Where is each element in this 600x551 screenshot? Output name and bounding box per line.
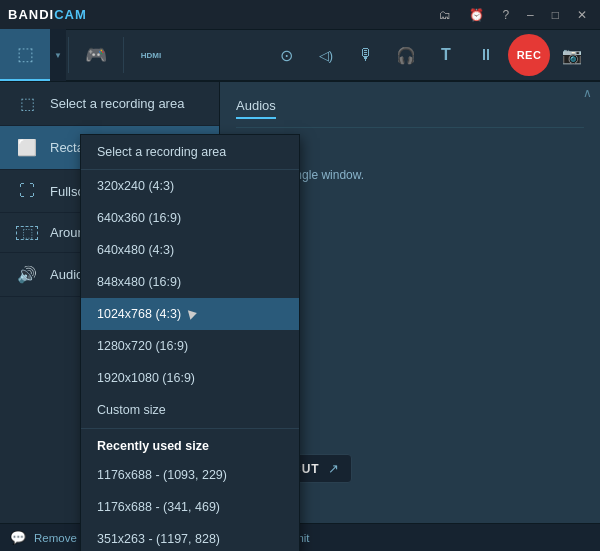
fullscreen-icon: ⛶ bbox=[16, 182, 38, 200]
rectangle-icon: ⬜ bbox=[16, 138, 38, 157]
main-toolbar: ⬚ ▼ 🎮 HDMI ⊙ ◁) 🎙 🎧 T ⏸ rec bbox=[0, 30, 600, 82]
dropdown-item-1280x720[interactable]: 1280x720 (16:9) bbox=[81, 330, 299, 362]
dropdown-item-1920x1080[interactable]: 1920x1080 (16:9) bbox=[81, 362, 299, 394]
title-bar-left: BANDICAM bbox=[8, 7, 87, 22]
text-button[interactable]: T bbox=[428, 37, 464, 73]
main-content: ⬚ Select a recording area ⬜ Rectangle on… bbox=[0, 82, 600, 523]
dropdown-item-640x360[interactable]: 640x360 (16:9) bbox=[81, 202, 299, 234]
status-icon: 💬 bbox=[10, 530, 26, 545]
title-bar-controls: 🗂 ⏰ ? – □ ✕ bbox=[434, 6, 592, 24]
webcam-icon: ⊙ bbox=[280, 46, 293, 65]
dropdown-item-1024x768[interactable]: 1024x768 (4:3) bbox=[81, 298, 299, 330]
toolbar-clock-icon[interactable]: ⏰ bbox=[464, 6, 489, 24]
pause-button[interactable]: ⏸ bbox=[468, 37, 504, 73]
hdmi-icon: HDMI bbox=[141, 51, 161, 60]
dropdown-item-custom[interactable]: Custom size bbox=[81, 394, 299, 426]
dropdown-item-320x240[interactable]: 320x240 (4:3) bbox=[81, 170, 299, 202]
webcam-button[interactable]: ⊙ bbox=[268, 37, 304, 73]
screen-record-icon: ⬚ bbox=[17, 43, 34, 65]
headset-button[interactable]: 🎧 bbox=[388, 37, 424, 73]
bandicut-arrow-icon: ↗ bbox=[328, 461, 339, 476]
close-button[interactable]: ✕ bbox=[572, 6, 592, 24]
dropdown-select-area[interactable]: Select a recording area bbox=[81, 135, 299, 170]
mode-game-button[interactable]: 🎮 bbox=[71, 29, 121, 81]
camera-icon: 📷 bbox=[562, 46, 582, 65]
title-bar: BANDICAM 🗂 ⏰ ? – □ ✕ bbox=[0, 0, 600, 30]
tab-audios[interactable]: Audios bbox=[236, 98, 276, 119]
toolbar-modes: ⬚ ▼ 🎮 HDMI bbox=[0, 30, 176, 80]
select-area-icon: ⬚ bbox=[16, 94, 38, 113]
toolbar-divider-2 bbox=[123, 37, 124, 73]
mic-button[interactable]: 🎙 bbox=[348, 37, 384, 73]
dropdown-recent-item-2[interactable]: 1176x688 - (341, 469) bbox=[81, 491, 299, 523]
panel-item-select-area[interactable]: ⬚ Select a recording area bbox=[0, 82, 219, 126]
select-area-label: Select a recording area bbox=[50, 96, 203, 111]
speaker-icon: ◁) bbox=[319, 48, 333, 63]
dropdown-recent-item-1[interactable]: 1176x688 - (1093, 229) bbox=[81, 459, 299, 491]
logo-cam: CAM bbox=[54, 7, 87, 22]
toolbar-file-icon[interactable]: 🗂 bbox=[434, 6, 456, 24]
dropdown-recent-header: Recently used size bbox=[81, 431, 299, 459]
logo-bandi: BANDI bbox=[8, 7, 54, 22]
rec-button[interactable]: rec bbox=[508, 34, 550, 76]
toolbar-tools: ⊙ ◁) 🎙 🎧 T ⏸ rec 📷 bbox=[176, 30, 600, 80]
headset-icon: 🎧 bbox=[396, 46, 416, 65]
audio-only-icon: 🔊 bbox=[16, 265, 38, 284]
mode-dropdown-arrow[interactable]: ▼ bbox=[50, 29, 66, 81]
rec-label: rec bbox=[517, 49, 542, 61]
mode-screen-button[interactable]: ⬚ bbox=[0, 29, 50, 81]
mic-icon: 🎙 bbox=[358, 46, 374, 64]
toolbar-help-icon[interactable]: ? bbox=[497, 6, 514, 24]
panel-tabs: Audios bbox=[236, 98, 584, 128]
app-logo: BANDICAM bbox=[8, 7, 87, 22]
around-mouse-icon: ⬚ bbox=[16, 226, 38, 240]
pause-icon: ⏸ bbox=[478, 46, 494, 64]
dropdown-divider-1 bbox=[81, 428, 299, 429]
screenshot-button[interactable]: 📷 bbox=[554, 37, 590, 73]
text-icon: T bbox=[441, 46, 451, 64]
maximize-button[interactable]: □ bbox=[547, 6, 564, 24]
resolution-dropdown: Select a recording area 320x240 (4:3) 64… bbox=[80, 134, 300, 551]
dropdown-item-848x480[interactable]: 848x480 (16:9) bbox=[81, 266, 299, 298]
minimize-button[interactable]: – bbox=[522, 6, 539, 24]
dropdown-item-640x480[interactable]: 640x480 (4:3) bbox=[81, 234, 299, 266]
dropdown-recent-item-3[interactable]: 351x263 - (1197, 828) bbox=[81, 523, 299, 551]
toolbar-divider-1 bbox=[68, 37, 69, 73]
mode-hdmi-button[interactable]: HDMI bbox=[126, 29, 176, 81]
collapse-button[interactable]: ∧ bbox=[575, 82, 600, 104]
speaker-button[interactable]: ◁) bbox=[308, 37, 344, 73]
gamepad-icon: 🎮 bbox=[85, 44, 107, 66]
